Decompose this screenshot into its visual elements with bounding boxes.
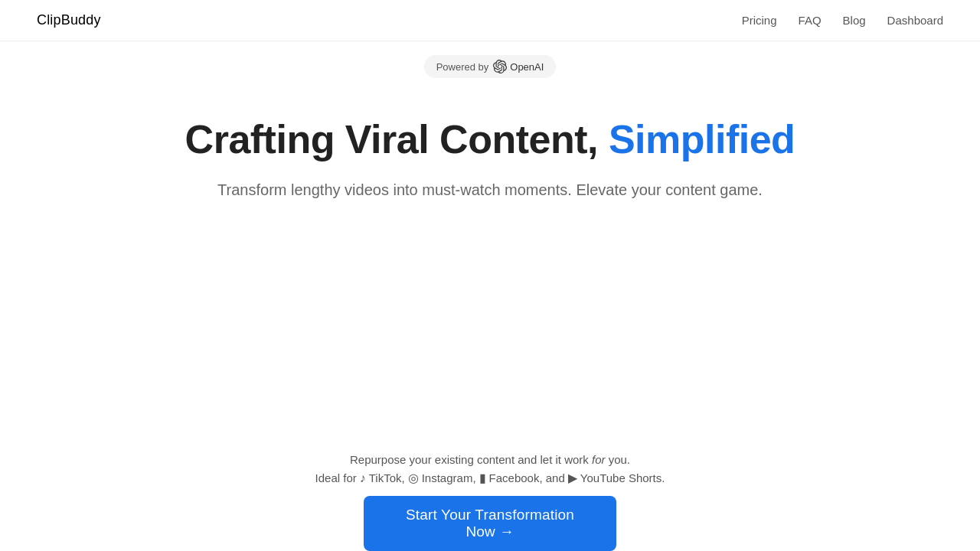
openai-icon [493,60,507,73]
hero-section: Crafting Viral Content, Simplified Trans… [0,78,980,217]
youtube-label: YouTube Shorts. [580,471,665,484]
repurpose-text: Repurpose your existing content and let … [0,453,980,466]
nav-link-faq[interactable]: FAQ [799,14,822,27]
nav-links: Pricing FAQ Blog Dashboard [742,14,943,28]
nav-item-faq[interactable]: FAQ [799,14,822,28]
ideal-for-label: Ideal for [315,471,357,484]
nav-item-blog[interactable]: Blog [843,14,866,28]
nav-link-dashboard[interactable]: Dashboard [887,14,943,27]
hero-heading-part1: Crafting Viral Content, [185,117,598,161]
navbar: ClipBuddy Pricing FAQ Blog Dashboard [0,0,980,41]
nav-link-pricing[interactable]: Pricing [742,14,777,27]
repurpose-post: you. [609,453,630,466]
nav-item-dashboard[interactable]: Dashboard [887,14,943,28]
hero-subtext: Transform lengthy videos into must-watch… [0,178,980,201]
logo: ClipBuddy [37,12,101,28]
platforms-text: Ideal for ♪ TikTok, ◎ Instagram, ▮ Faceb… [0,471,980,485]
youtube-icon: ▶ [568,471,577,485]
hero-heading-highlight: Simplified [609,117,795,161]
openai-brand-name: OpenAI [510,61,544,73]
powered-by-label: Powered by [436,61,489,73]
instagram-icon: ◎ [408,471,419,485]
tiktok-icon: ♪ [360,471,366,485]
repurpose-pre: Repurpose your existing content and let … [350,453,589,466]
facebook-icon: ▮ [479,471,486,485]
nav-item-pricing[interactable]: Pricing [742,14,777,28]
repurpose-italic: for [592,453,606,466]
openai-logo: OpenAI [493,60,544,73]
facebook-label: Facebook, and [489,471,565,484]
hero-heading: Crafting Viral Content, Simplified [0,118,980,161]
tiktok-label: TikTok, [369,471,405,484]
bottom-section: Repurpose your existing content and let … [0,453,980,551]
cta-button[interactable]: Start Your Transformation Now → [364,496,616,551]
nav-link-blog[interactable]: Blog [843,14,866,27]
powered-by-badge: Powered by OpenAI [424,55,557,78]
instagram-label: Instagram, [422,471,476,484]
powered-by-section: Powered by OpenAI [0,41,980,78]
